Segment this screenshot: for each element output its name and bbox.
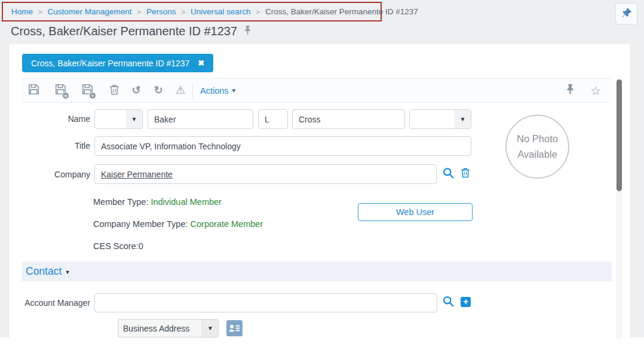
member-type-line: Member Type: Individual Member [93, 197, 222, 207]
member-type-label: Member Type: [93, 197, 151, 207]
breadcrumb-separator: > [137, 8, 141, 16]
select-caret-icon: ▼ [455, 110, 471, 128]
photo-placeholder: No Photo Available [505, 115, 569, 179]
breadcrumb-separator: > [256, 8, 259, 16]
undo-icon: ↺ [131, 84, 140, 96]
record-tab[interactable]: Cross, Baker/Kaiser Permanente ID #1237 … [22, 54, 213, 72]
warning-button[interactable]: ⚠ [174, 85, 186, 96]
close-tab-icon[interactable]: ✖ [198, 59, 204, 68]
refresh-button[interactable]: ↻ [152, 85, 164, 96]
breadcrumb-link-universal-search[interactable]: Universal search [191, 7, 251, 16]
middle-initial-input[interactable] [258, 109, 288, 129]
plus-badge-icon: + [89, 92, 96, 99]
actions-label: Actions [200, 86, 229, 96]
breadcrumb-current-record: Cross, Baker/Kaiser Permanente ID #1237 [265, 7, 418, 16]
record-toolbar: ✕ + ↺ ↻ ⚠ Actions ▾ [22, 78, 612, 103]
name-prefix-select[interactable]: ▼ [94, 109, 143, 129]
pin-page-button[interactable] [615, 3, 637, 24]
breadcrumb-link-home[interactable]: Home [11, 7, 33, 16]
chevron-down-icon: ▾ [232, 87, 236, 94]
address-type-value: Business Address [118, 320, 202, 337]
ces-score-line: CES Score:0 [93, 241, 143, 251]
pushpin-icon [621, 7, 632, 20]
name-suffix-select[interactable]: ▼ [409, 109, 471, 129]
app-window: Home > Customer Management > Persons > U… [0, 0, 644, 362]
company-input[interactable] [94, 164, 437, 184]
breadcrumb-separator: > [38, 8, 42, 16]
undo-button[interactable]: ↺ [130, 85, 142, 96]
search-icon [443, 296, 454, 307]
breadcrumb-separator: > [182, 8, 185, 16]
select-caret-icon: ▼ [202, 320, 218, 337]
title-label: Title [9, 141, 90, 151]
ces-score-label: CES Score: [93, 241, 139, 251]
contact-section-title: Contact [26, 265, 62, 278]
first-name-input[interactable] [148, 109, 253, 129]
photo-placeholder-line1: No Photo [517, 131, 558, 147]
company-member-type-value: Corporate Member [191, 219, 263, 229]
chevron-down-icon: ▾ [66, 268, 69, 276]
favorite-star-button[interactable]: ☆ [590, 85, 601, 97]
contact-section-header[interactable]: Contact ▾ [22, 262, 612, 281]
save-button[interactable] [27, 84, 39, 97]
name-suffix-value [410, 110, 455, 128]
last-name-input[interactable] [292, 109, 405, 129]
trash-icon [461, 167, 470, 178]
member-type-value: Individual Member [151, 197, 221, 207]
close-badge-icon: ✕ [62, 92, 69, 99]
photo-placeholder-line2: Available [517, 147, 557, 162]
save-and-new-button[interactable]: + [81, 84, 93, 97]
pin-record-button[interactable] [566, 84, 575, 97]
vertical-scrollbar[interactable] [616, 78, 622, 339]
account-manager-search-button[interactable] [443, 296, 455, 308]
web-user-button[interactable]: Web User [358, 203, 473, 221]
address-card-icon [226, 320, 243, 336]
title-pin-icon[interactable] [244, 26, 252, 37]
save-and-close-button[interactable]: ✕ [54, 84, 66, 97]
company-member-type-label: Company Member Type: [93, 219, 191, 229]
delete-button[interactable] [108, 84, 120, 97]
search-icon [443, 167, 454, 179]
record-panel: Cross, Baker/Kaiser Permanente ID #1237 … [8, 43, 631, 338]
toolbar-divider [192, 83, 193, 99]
page-title: Cross, Baker/Kaiser Permanente ID #1237 [11, 24, 237, 38]
refresh-icon: ↻ [154, 84, 162, 96]
select-caret-icon: ▼ [126, 110, 142, 128]
company-label: Company [9, 170, 90, 179]
account-manager-label: Account Manager [9, 298, 90, 308]
job-title-input[interactable] [94, 136, 471, 156]
save-icon [28, 87, 39, 97]
breadcrumb-link-customer-management[interactable]: Customer Management [47, 7, 131, 16]
warning-icon: ⚠ [176, 84, 185, 96]
company-remove-button[interactable] [461, 167, 473, 179]
breadcrumb: Home > Customer Management > Persons > U… [2, 2, 382, 22]
record-tab-label: Cross, Baker/Kaiser Permanente ID #1237 [31, 59, 189, 68]
add-account-manager-button[interactable]: + [461, 297, 471, 307]
name-prefix-value [95, 110, 126, 128]
actions-dropdown-button[interactable]: Actions ▾ [200, 86, 235, 96]
scrollbar-thumb[interactable] [617, 79, 622, 191]
company-member-type-line: Company Member Type: Corporate Member [93, 219, 263, 229]
ces-score-value: 0 [139, 241, 143, 251]
account-manager-input[interactable] [94, 293, 437, 312]
company-search-button[interactable] [443, 167, 455, 179]
breadcrumb-link-persons[interactable]: Persons [146, 7, 176, 16]
address-type-select[interactable]: Business Address ▼ [118, 319, 219, 338]
trash-icon [109, 87, 119, 97]
name-label: Name [9, 114, 90, 124]
address-card-button[interactable] [226, 320, 243, 336]
